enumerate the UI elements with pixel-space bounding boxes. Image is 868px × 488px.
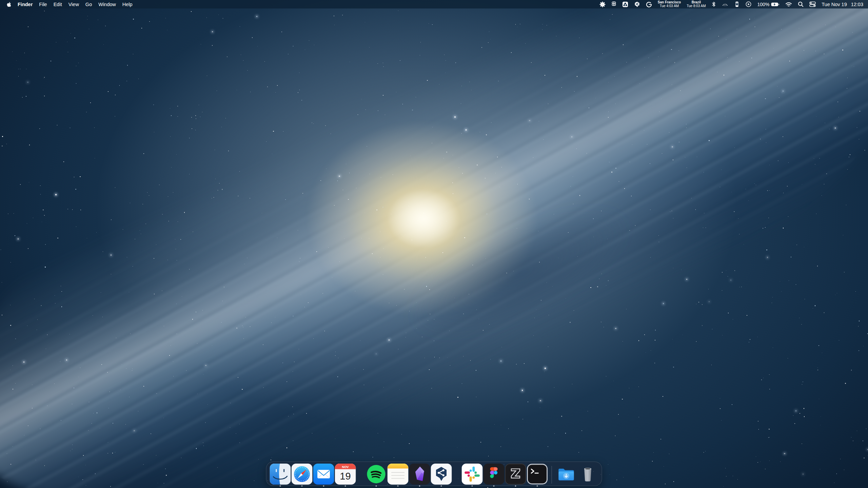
desktop-wallpaper bbox=[0, 0, 868, 488]
wifi-icon[interactable] bbox=[785, 2, 792, 7]
now-playing-icon[interactable] bbox=[746, 1, 751, 7]
dock-hexagon-share-app[interactable] bbox=[431, 464, 452, 485]
running-indicator bbox=[397, 485, 399, 487]
running-indicator bbox=[493, 485, 495, 487]
running-indicator bbox=[537, 485, 538, 487]
triangle-app-icon[interactable] bbox=[622, 1, 628, 7]
menu-app-name[interactable]: Finder bbox=[18, 2, 33, 7]
control-center-icon[interactable] bbox=[809, 1, 816, 7]
running-indicator bbox=[441, 485, 442, 487]
svg-text:NOV: NOV bbox=[342, 465, 349, 469]
dock-finder[interactable] bbox=[270, 464, 291, 485]
world-clock-brazil[interactable]: Brazil Tue 8:03 AM bbox=[687, 1, 706, 8]
running-indicator bbox=[472, 485, 473, 487]
running-indicator bbox=[280, 485, 281, 487]
dock-zed[interactable] bbox=[505, 464, 526, 485]
iphone-mirroring-icon[interactable] bbox=[734, 1, 740, 7]
dock-figma[interactable] bbox=[484, 464, 505, 485]
dock-mail[interactable] bbox=[313, 464, 334, 485]
dock-spotify[interactable] bbox=[366, 464, 387, 485]
spotlight-search-icon[interactable] bbox=[798, 1, 804, 7]
dock-downloads-folder[interactable] bbox=[556, 464, 577, 485]
dock-trash[interactable] bbox=[577, 464, 598, 485]
menu-file[interactable]: File bbox=[39, 2, 47, 7]
bluetooth-icon[interactable] bbox=[711, 1, 716, 7]
dock-notes[interactable] bbox=[388, 464, 409, 485]
menu-bar-left: Finder File Edit View Go Window Help bbox=[7, 2, 133, 7]
menu-bar: Finder File Edit View Go Window Help bbox=[0, 0, 868, 8]
running-indicator bbox=[419, 485, 420, 487]
menu-bar-clock[interactable]: Tue Nov 19 12:03 bbox=[822, 2, 863, 7]
dock-spacer bbox=[452, 464, 461, 485]
running-indicator bbox=[301, 485, 303, 487]
running-indicator bbox=[515, 485, 516, 487]
running-indicator bbox=[345, 485, 346, 487]
menu-bar-time: 12:03 bbox=[851, 2, 863, 7]
dock-divider bbox=[552, 466, 552, 484]
world-clock-san-francisco[interactable]: San Francisco Tue 4:03 AM bbox=[658, 1, 681, 8]
menu-window[interactable]: Window bbox=[98, 2, 116, 7]
dock: NOV 19 bbox=[266, 462, 602, 486]
battery-status[interactable]: 100% bbox=[757, 2, 780, 7]
dock-safari[interactable] bbox=[292, 464, 313, 485]
dock-slack[interactable] bbox=[462, 464, 483, 485]
dock-terminal[interactable] bbox=[527, 464, 548, 485]
dotted-arc-icon[interactable] bbox=[722, 1, 728, 7]
flower-burst-icon[interactable] bbox=[599, 1, 606, 7]
dock-obsidian[interactable] bbox=[409, 464, 430, 485]
figma-outline-icon[interactable] bbox=[611, 1, 616, 7]
battery-percent: 100% bbox=[757, 2, 769, 7]
dock-calendar[interactable]: NOV 19 bbox=[335, 464, 356, 485]
menu-go[interactable]: Go bbox=[85, 2, 92, 7]
g-app-icon[interactable] bbox=[646, 1, 652, 7]
apple-menu-icon[interactable] bbox=[7, 2, 11, 7]
svg-text:19: 19 bbox=[340, 471, 351, 482]
dock-spacer bbox=[356, 464, 366, 485]
running-indicator bbox=[323, 485, 324, 487]
running-indicator bbox=[376, 485, 377, 487]
menu-bar-status-area: San Francisco Tue 4:03 AM Brazil Tue 8:0… bbox=[599, 1, 863, 8]
menu-help[interactable]: Help bbox=[122, 2, 133, 7]
battery-charging-icon bbox=[771, 2, 780, 7]
hexagon-share-icon[interactable] bbox=[634, 1, 640, 7]
menu-bar-date: Tue Nov 19 bbox=[822, 2, 847, 7]
menu-edit[interactable]: Edit bbox=[54, 2, 62, 7]
menu-view[interactable]: View bbox=[68, 2, 79, 7]
